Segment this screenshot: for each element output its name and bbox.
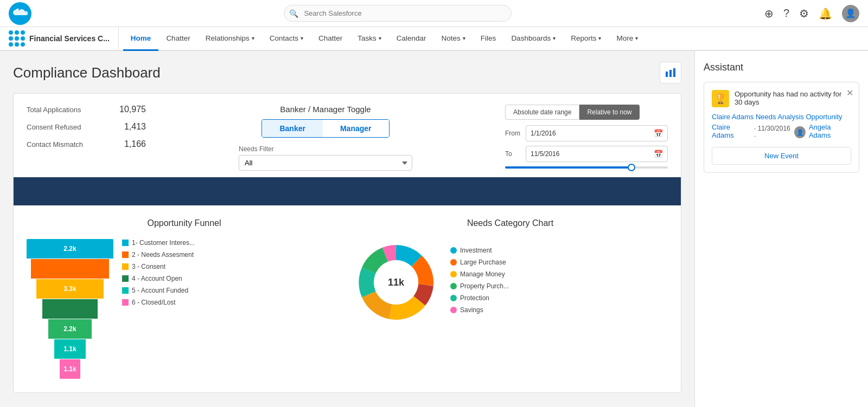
app-name: Financial Services C... [29, 34, 110, 43]
donut-legend-protection: Protection [450, 294, 509, 302]
nav-chatter-2[interactable]: Chatter [311, 27, 350, 51]
close-button[interactable]: ✕ [846, 88, 853, 98]
avatar[interactable]: 👤 [842, 5, 859, 22]
assistant-header: 🏆 Opportunity has had no activity for 30… [712, 90, 851, 107]
stat-label-mismatch: Contact Mismatch [27, 140, 124, 148]
donut-label-large-purchase: Large Purchase [460, 259, 506, 266]
nav-reports[interactable]: Reports ▾ [563, 27, 609, 51]
legend-color-2 [122, 251, 129, 258]
app-launcher[interactable]: Financial Services C... [7, 27, 119, 50]
stat-total-applications: Total Applications 10,975 [27, 105, 146, 114]
donut-area: 11k Investment Large Purchase [353, 239, 668, 326]
search-input[interactable] [284, 5, 512, 22]
nav-tasks[interactable]: Tasks ▾ [350, 27, 389, 51]
legend-item-5: 5 - Account Funded [122, 287, 342, 294]
svg-rect-2 [673, 68, 675, 77]
assistant-panel: Assistant ✕ 🏆 Opportunity has had no act… [694, 51, 868, 407]
nav-contacts[interactable]: Contacts ▾ [262, 27, 311, 51]
nav-chatter-1[interactable]: Chatter [158, 27, 197, 51]
stat-value-mismatch: 1,166 [124, 139, 146, 149]
legend-label-1: 1- Customer Interes... [132, 239, 195, 247]
donut-color-savings [450, 307, 457, 313]
to-value: 11/5/2016 [531, 150, 559, 158]
nav-more[interactable]: More ▾ [609, 27, 646, 51]
opportunity-link[interactable]: Claire Adams Needs Analysis Opportunity [712, 113, 851, 121]
funnel-bar-4 [42, 299, 98, 319]
stat-label-total: Total Applications [27, 106, 119, 114]
nav-dashboards[interactable]: Dashboards ▾ [503, 27, 563, 51]
topbar: 🔍 ⊕ ? ⚙ 🔔 👤 [0, 0, 868, 27]
funnel-bar-3: 3.3k [36, 279, 104, 299]
help-icon[interactable]: ? [783, 7, 789, 20]
donut-chart: 11k [353, 239, 439, 326]
funnel-bar-1: 2.2k [27, 239, 113, 259]
legend-color-3 [122, 263, 129, 270]
stat-contact-mismatch: Contact Mismatch 1,166 [27, 139, 146, 149]
date-from-row: From 1/1/2016 📅 [505, 125, 668, 141]
dashboard-card: Total Applications 10,975 Consent Refuse… [13, 93, 681, 393]
donut-legend-savings: Savings [450, 306, 509, 314]
donut-title: Needs Category Chart [353, 218, 668, 228]
banker-toggle[interactable]: Banker [262, 120, 322, 137]
toggle-label: Banker / Manager Toggle [280, 105, 371, 114]
donut-legend: Investment Large Purchase Manage Money [450, 247, 509, 318]
nav-notes[interactable]: Notes ▾ [434, 27, 473, 51]
donut-chart-section: Needs Category Chart [353, 218, 668, 379]
nav-calendar[interactable]: Calendar [389, 27, 434, 51]
calendar-to-icon[interactable]: 📅 [654, 150, 663, 158]
dots-icon [9, 30, 25, 47]
trophy-icon: 🏆 [712, 90, 729, 107]
donut-color-property [450, 283, 457, 289]
nav-files[interactable]: Files [473, 27, 504, 51]
date-tab-relative[interactable]: Relative to now [579, 105, 640, 120]
funnel-chart-section: Opportunity Funnel 2.2k 3.3k 2.2k 1.1k 1… [27, 218, 342, 379]
stat-value-total: 10,975 [119, 105, 146, 114]
date-to-input[interactable]: 11/5/2016 📅 [526, 146, 668, 162]
donut-legend-large-purchase: Large Purchase [450, 259, 509, 266]
date-tab-absolute[interactable]: Absolute date range [505, 105, 579, 120]
stat-label-consent: Consent Refused [27, 123, 124, 131]
add-icon[interactable]: ⊕ [764, 7, 774, 20]
date-from-input[interactable]: 1/1/2016 📅 [526, 125, 668, 141]
date-slider[interactable] [505, 166, 668, 169]
date-to-row: To 11/5/2016 📅 [505, 146, 668, 162]
new-event-button[interactable]: New Event [712, 147, 851, 165]
donut-label-protection: Protection [460, 294, 489, 302]
donut-color-protection [450, 295, 457, 301]
donut-label-property: Property Purch... [460, 282, 509, 290]
topbar-icons: ⊕ ? ⚙ 🔔 👤 [764, 5, 859, 22]
nav-home[interactable]: Home [123, 27, 159, 51]
nav-relationships[interactable]: Relationships ▾ [198, 27, 262, 51]
funnel-title: Opportunity Funnel [27, 218, 342, 228]
page-title-row: Compliance Dashboard [13, 62, 681, 83]
calendar-from-icon[interactable]: 📅 [654, 129, 663, 138]
donut-center-label: 11k [388, 277, 404, 288]
manager-toggle[interactable]: Manager [323, 120, 389, 137]
funnel-area: 2.2k 3.3k 2.2k 1.1k 1.1k 1- Customer Int [27, 239, 342, 379]
date-section: Absolute date range Relative to now From… [505, 105, 668, 169]
legend-label-5: 5 - Account Funded [132, 287, 188, 294]
assistant-message: Opportunity has had no activity for 30 d… [735, 90, 851, 107]
notifications-icon[interactable]: 🔔 [819, 7, 832, 20]
salesforce-logo[interactable] [9, 2, 31, 25]
donut-color-investment [450, 247, 457, 254]
legend-label-4: 4 - Account Open [132, 275, 182, 282]
funnel-legend: 1- Customer Interes... 2 - Needs Assesme… [122, 239, 342, 311]
legend-color-1 [122, 240, 129, 246]
nav-items: Home Chatter Relationships ▾ Contacts ▾ … [123, 27, 646, 50]
needs-filter-select[interactable]: All Investment Savings Protection [239, 155, 412, 171]
search-icon: 🔍 [289, 9, 298, 18]
search-section: 🔍 [38, 5, 758, 22]
donut-legend-investment: Investment [450, 247, 509, 254]
toggle-section: Banker / Manager Toggle Banker Manager [261, 105, 389, 138]
meta-name-link[interactable]: Claire Adams [712, 123, 751, 139]
funnel-bar-5: 2.2k [48, 319, 92, 339]
navbar: Financial Services C... Home Chatter Rel… [0, 27, 868, 51]
meta-person-link[interactable]: Angela Adams [809, 123, 851, 139]
legend-item-1: 1- Customer Interes... [122, 239, 342, 247]
toggle-buttons: Banker Manager [261, 119, 389, 138]
settings-icon[interactable]: ⚙ [799, 7, 809, 20]
stats-section: Total Applications 10,975 Consent Refuse… [27, 105, 146, 157]
chart-view-button[interactable] [660, 62, 681, 83]
funnel-bar-2 [31, 259, 109, 279]
